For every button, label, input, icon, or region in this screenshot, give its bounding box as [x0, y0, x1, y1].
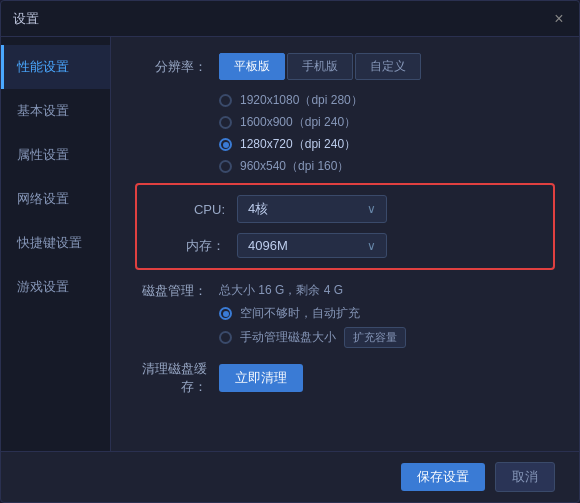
cpu-value: 4核	[248, 200, 268, 218]
clear-label: 清理磁盘缓存：	[135, 360, 207, 396]
disk-radio-auto	[219, 307, 232, 320]
sidebar-item-games[interactable]: 游戏设置	[1, 265, 110, 309]
resolution-option-0[interactable]: 1920x1080（dpi 280）	[219, 92, 555, 109]
tab-custom[interactable]: 自定义	[355, 53, 421, 80]
radio-circle-2	[219, 138, 232, 151]
disk-total-text: 总大小 16 G，剩余 4 G	[219, 282, 406, 299]
tab-mobile[interactable]: 手机版	[287, 53, 353, 80]
disk-radio-group: 空间不够时，自动扩充 手动管理磁盘大小 扩充容量	[219, 305, 406, 348]
sidebar: 性能设置 基本设置 属性设置 网络设置 快捷键设置 游戏设置	[1, 37, 111, 451]
resolution-option-1[interactable]: 1600x900（dpi 240）	[219, 114, 555, 131]
memory-row: 内存： 4096M ∨	[137, 233, 553, 258]
cancel-button[interactable]: 取消	[495, 462, 555, 492]
sidebar-item-label: 游戏设置	[17, 278, 69, 296]
content-area: 分辨率： 平板版 手机版 自定义 1920x1080（dpi 280） 1600…	[111, 37, 579, 451]
bottom-bar: 保存设置 取消	[1, 451, 579, 502]
memory-dropdown-arrow: ∨	[367, 239, 376, 253]
save-button[interactable]: 保存设置	[401, 463, 485, 491]
cpu-memory-box: CPU: 4核 ∨ 内存： 4096M ∨	[135, 183, 555, 270]
disk-row: 磁盘管理： 总大小 16 G，剩余 4 G 空间不够时，自动扩充 手动管理磁盘大…	[135, 282, 555, 348]
resolution-label-3: 960x540（dpi 160）	[240, 158, 349, 175]
settings-window: 设置 × 性能设置 基本设置 属性设置 网络设置 快捷键设置 游戏设置	[0, 0, 580, 503]
sidebar-item-basic[interactable]: 基本设置	[1, 89, 110, 133]
resolution-label: 分辨率：	[135, 58, 207, 76]
disk-info: 总大小 16 G，剩余 4 G 空间不够时，自动扩充 手动管理磁盘大小 扩充容量	[219, 282, 406, 348]
cpu-dropdown-arrow: ∨	[367, 202, 376, 216]
radio-circle-3	[219, 160, 232, 173]
memory-value: 4096M	[248, 238, 288, 253]
resolution-label-1: 1600x900（dpi 240）	[240, 114, 356, 131]
sidebar-item-label: 性能设置	[17, 58, 69, 76]
resolution-option-3[interactable]: 960x540（dpi 160）	[219, 158, 555, 175]
resolution-tabs: 平板版 手机版 自定义	[219, 53, 421, 80]
disk-radio-manual	[219, 331, 232, 344]
memory-label: 内存：	[153, 237, 225, 255]
disk-option-auto[interactable]: 空间不够时，自动扩充	[219, 305, 406, 322]
resolution-list: 1920x1080（dpi 280） 1600x900（dpi 240） 128…	[219, 92, 555, 175]
cpu-row: CPU: 4核 ∨	[137, 195, 553, 223]
cpu-dropdown[interactable]: 4核 ∨	[237, 195, 387, 223]
sidebar-item-properties[interactable]: 属性设置	[1, 133, 110, 177]
resolution-label-0: 1920x1080（dpi 280）	[240, 92, 363, 109]
disk-option-auto-label: 空间不够时，自动扩充	[240, 305, 360, 322]
sidebar-item-performance[interactable]: 性能设置	[1, 45, 110, 89]
title-bar: 设置 ×	[1, 1, 579, 37]
sidebar-item-label: 网络设置	[17, 190, 69, 208]
disk-option-manual[interactable]: 手动管理磁盘大小 扩充容量	[219, 327, 406, 348]
resolution-row: 分辨率： 平板版 手机版 自定义	[135, 53, 555, 80]
resolution-label-2: 1280x720（dpi 240）	[240, 136, 356, 153]
sidebar-item-label: 属性设置	[17, 146, 69, 164]
sidebar-item-label: 快捷键设置	[17, 234, 82, 252]
close-button[interactable]: ×	[551, 11, 567, 27]
disk-label: 磁盘管理：	[135, 282, 207, 300]
clear-cache-row: 清理磁盘缓存： 立即清理	[135, 360, 555, 396]
sidebar-item-shortcuts[interactable]: 快捷键设置	[1, 221, 110, 265]
window-title: 设置	[13, 10, 39, 28]
disk-option-manual-label: 手动管理磁盘大小	[240, 329, 336, 346]
sidebar-item-label: 基本设置	[17, 102, 69, 120]
resolution-option-2[interactable]: 1280x720（dpi 240）	[219, 136, 555, 153]
clear-cache-button[interactable]: 立即清理	[219, 364, 303, 392]
expand-button[interactable]: 扩充容量	[344, 327, 406, 348]
radio-circle-1	[219, 116, 232, 129]
sidebar-item-network[interactable]: 网络设置	[1, 177, 110, 221]
cpu-label: CPU:	[153, 202, 225, 217]
memory-dropdown[interactable]: 4096M ∨	[237, 233, 387, 258]
radio-circle-0	[219, 94, 232, 107]
tab-tablet[interactable]: 平板版	[219, 53, 285, 80]
main-layout: 性能设置 基本设置 属性设置 网络设置 快捷键设置 游戏设置 分辨率：	[1, 37, 579, 451]
